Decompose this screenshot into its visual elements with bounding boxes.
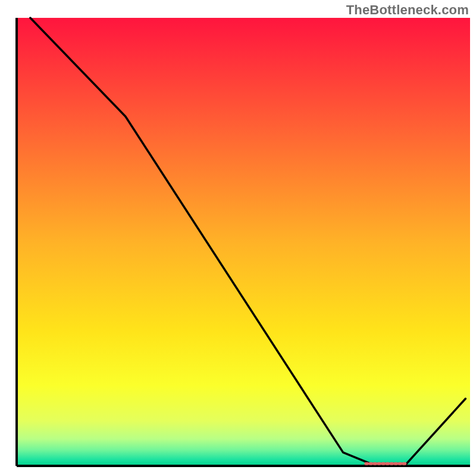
watermark-text: TheBottleneck.com [346, 2, 469, 18]
chart-container: TheBottleneck.com [0, 0, 476, 476]
bottleneck-chart [0, 0, 476, 476]
plot-background [17, 18, 470, 466]
